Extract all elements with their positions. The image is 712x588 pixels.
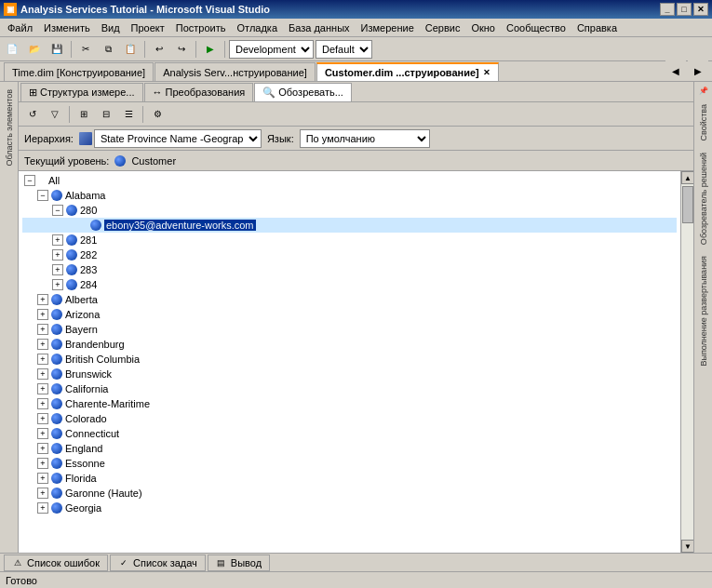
tree-item-all[interactable]: − All <box>22 173 677 188</box>
paste-btn[interactable]: 📋 <box>120 39 141 60</box>
scroll-thumb[interactable] <box>682 186 693 223</box>
tree-item-alabama[interactable]: − Alabama <box>22 188 677 203</box>
tree-item-283[interactable]: + 283 <box>22 262 677 277</box>
expand-florida[interactable]: + <box>37 473 48 484</box>
menu-database[interactable]: База данных <box>283 20 356 35</box>
expand-brandenburg[interactable]: + <box>37 339 48 350</box>
config-combo[interactable]: Development <box>229 40 314 59</box>
tree-item-brandenburg[interactable]: + Brandenburg <box>22 337 677 352</box>
tree-item-280[interactable]: − 280 <box>22 203 677 218</box>
properties-btn[interactable]: ⚙ <box>147 104 168 125</box>
expand-281[interactable]: + <box>52 234 63 246</box>
tree-item-284[interactable]: + 284 <box>22 277 677 292</box>
menu-community[interactable]: Сообщество <box>501 20 571 35</box>
scroll-track[interactable] <box>681 184 693 540</box>
view-btn[interactable]: ☰ <box>118 104 139 125</box>
tree-item-colorado[interactable]: + Colorado <box>22 411 677 426</box>
platform-combo[interactable]: Default <box>316 40 372 59</box>
redo-btn[interactable]: ↪ <box>171 39 192 60</box>
expand-charente[interactable]: + <box>37 398 48 409</box>
tree-scrollbar[interactable]: ▲ ▼ <box>680 171 693 553</box>
menu-project[interactable]: Проект <box>126 20 170 35</box>
expand-280[interactable]: − <box>52 205 63 216</box>
expand-colorado[interactable]: + <box>37 413 48 424</box>
collapse-all-btn[interactable]: ⊟ <box>96 104 116 125</box>
tree-item-charente[interactable]: + Charente-Maritime <box>22 396 677 411</box>
expand-283[interactable]: + <box>52 264 63 275</box>
menu-file[interactable]: Файл <box>2 20 38 35</box>
expand-284[interactable]: + <box>52 279 63 290</box>
tree-label-florida: Florida <box>65 473 97 484</box>
tree-item-georgia[interactable]: + Georgia <box>22 501 677 515</box>
tree-item-british-columbia[interactable]: + British Columbia <box>22 352 677 367</box>
expand-brunswick[interactable]: + <box>37 368 48 380</box>
menu-build[interactable]: Построить <box>170 20 232 35</box>
undo-btn[interactable]: ↩ <box>149 39 169 60</box>
tab-transform[interactable]: ↔ Преобразования <box>144 83 254 101</box>
save-btn[interactable]: 💾 <box>47 39 67 60</box>
expand-georgia[interactable]: + <box>37 502 48 514</box>
minimize-button[interactable]: _ <box>660 3 675 16</box>
expand-british-columbia[interactable]: + <box>37 354 48 365</box>
tree-item-florida[interactable]: + Florida <box>22 471 677 486</box>
expand-bayern[interactable]: + <box>37 324 48 335</box>
expand-california[interactable]: + <box>37 383 48 394</box>
menu-view[interactable]: Вид <box>96 20 126 35</box>
expand-england[interactable]: + <box>37 443 48 454</box>
refresh-btn[interactable]: ↺ <box>22 104 43 125</box>
expand-all-icon[interactable]: − <box>24 175 35 186</box>
tab-time-dim[interactable]: Time.dim [Конструирование] <box>4 62 154 81</box>
open-btn[interactable]: 📂 <box>24 39 45 60</box>
menu-debug[interactable]: Отладка <box>232 20 283 35</box>
scroll-down-btn[interactable]: ▼ <box>681 540 693 553</box>
tree-item-alberta[interactable]: + Alberta <box>22 292 677 307</box>
tab-scroll-right[interactable]: ▶ <box>688 60 708 81</box>
menu-edit[interactable]: Изменить <box>38 20 96 35</box>
run-btn[interactable]: ▶ <box>200 39 221 60</box>
tree-item-arizona[interactable]: + Arizona <box>22 307 677 322</box>
tab-analysis-serv[interactable]: Analysis Serv...нструирование] <box>154 62 316 81</box>
close-button[interactable]: ✕ <box>693 3 708 16</box>
expand-alberta[interactable]: + <box>37 294 48 305</box>
new-btn[interactable]: 📄 <box>2 39 22 60</box>
hierarchy-select[interactable]: State Province Name -Geography <box>94 129 262 148</box>
filter-btn[interactable]: ▽ <box>45 104 65 125</box>
tree-item-connecticut[interactable]: + Connecticut <box>22 426 677 441</box>
globe-georgia <box>50 501 63 514</box>
menu-service[interactable]: Сервис <box>420 20 466 35</box>
tree-item-brunswick[interactable]: + Brunswick <box>22 367 677 381</box>
tab-close-btn[interactable]: ✕ <box>483 68 490 77</box>
tab-structure[interactable]: ⊞ Структура измере... <box>20 83 143 101</box>
menu-help[interactable]: Справка <box>571 20 623 35</box>
tab-browse[interactable]: 🔍 Обозревать... <box>254 83 352 101</box>
cut-btn[interactable]: ✂ <box>75 39 96 60</box>
tree-item-bayern[interactable]: + Bayern <box>22 322 677 337</box>
tree-item-282[interactable]: + 282 <box>22 247 677 262</box>
tab-task-list[interactable]: ✓ Список задач <box>110 555 206 571</box>
expand-connecticut[interactable]: + <box>37 428 48 439</box>
expand-essonne[interactable]: + <box>37 458 48 469</box>
tab-error-list[interactable]: ⚠ Список ошибок <box>4 555 108 571</box>
expand-garonne[interactable]: + <box>37 488 48 499</box>
lang-select[interactable]: По умолчанию <box>300 129 430 148</box>
tree-item-garonne[interactable]: + Garonne (Haute) <box>22 486 677 501</box>
tab-scroll-left[interactable]: ◀ <box>665 60 686 81</box>
tab-output[interactable]: ▤ Вывод <box>208 555 270 571</box>
expand-282[interactable]: + <box>52 249 63 261</box>
tree-item-281[interactable]: + 281 <box>22 233 677 247</box>
scroll-up-btn[interactable]: ▲ <box>681 171 693 184</box>
menu-window[interactable]: Окно <box>465 20 501 35</box>
tree-item-england[interactable]: + England <box>22 441 677 456</box>
tree-item-ebony[interactable]: ebony35@adventure-works.com <box>22 218 677 233</box>
menu-dimension[interactable]: Измерение <box>356 20 420 35</box>
tree-item-essonne[interactable]: + Essonne <box>22 456 677 471</box>
expand-arizona[interactable]: + <box>37 309 48 320</box>
copy-btn[interactable]: ⧉ <box>98 39 118 60</box>
tree-item-california[interactable]: + California <box>22 381 677 396</box>
expand-all-btn[interactable]: ⊞ <box>74 104 94 125</box>
expand-alabama[interactable]: − <box>37 190 48 201</box>
maximize-button[interactable]: □ <box>677 3 692 16</box>
sidebar-pin-btn[interactable]: 📌 <box>696 83 711 98</box>
tree-area[interactable]: − All − Alabama − <box>19 171 680 553</box>
tab-customer-dim[interactable]: Customer.dim ...струирование] ✕ <box>316 62 499 81</box>
